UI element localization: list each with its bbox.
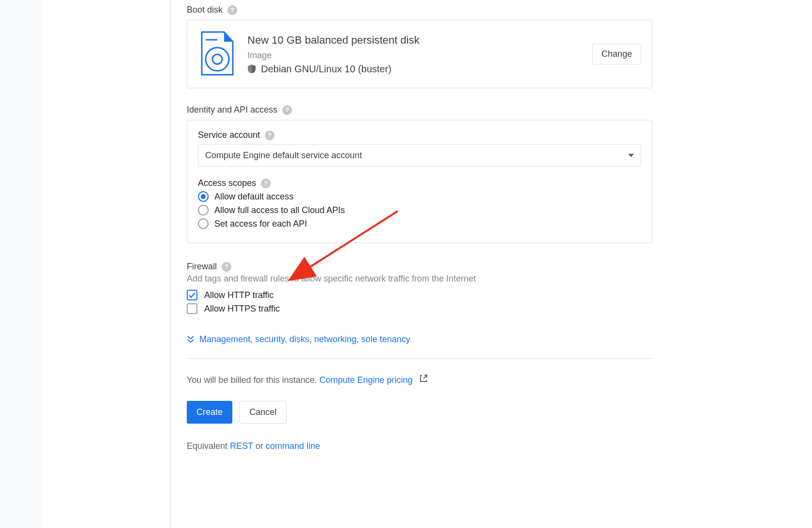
boot-disk-card: New 10 GB balanced persistent disk Image… <box>187 20 652 88</box>
checkbox-https[interactable] <box>187 303 197 314</box>
radio-default-label: Allow default access <box>214 192 293 202</box>
shield-icon <box>247 64 256 74</box>
advanced-expander-label: Management, security, disks, networking,… <box>199 334 410 345</box>
identity-title-row: Identity and API access ? <box>187 105 652 115</box>
double-chevron-down-icon <box>187 335 195 344</box>
help-icon[interactable]: ? <box>265 131 275 140</box>
access-scopes-label-row: Access scopes ? <box>198 178 641 188</box>
service-account-select[interactable]: Compute Engine default service account <box>198 144 641 166</box>
equivalent-mid: or <box>253 441 266 451</box>
boot-disk-title-row: Boot disk ? <box>187 5 652 15</box>
pricing-link[interactable]: Compute Engine pricing <box>320 375 413 385</box>
advanced-expander[interactable]: Management, security, disks, networking,… <box>187 334 652 345</box>
help-icon[interactable]: ? <box>282 105 292 115</box>
boot-disk-summary: New 10 GB balanced persistent disk <box>247 34 581 47</box>
billing-prefix: You will be billed for this instance. <box>187 375 320 385</box>
service-account-label-row: Service account ? <box>198 130 641 140</box>
checkbox-https-label: Allow HTTPS traffic <box>204 304 280 314</box>
cancel-button[interactable]: Cancel <box>239 401 287 424</box>
image-label: Image <box>247 50 581 61</box>
firewall-desc: Add tags and firewall rules to allow spe… <box>187 274 652 284</box>
access-scopes-label: Access scopes <box>198 178 256 188</box>
equivalent-row: Equivalent REST or command line <box>187 441 652 451</box>
radio-each-api[interactable] <box>198 218 209 229</box>
left-gutter <box>0 0 42 528</box>
firewall-title-row: Firewall ? <box>187 262 652 272</box>
create-button[interactable]: Create <box>187 401 232 424</box>
disk-icon <box>198 31 236 77</box>
change-button[interactable]: Change <box>592 44 641 65</box>
identity-card: Service account ? Compute Engine default… <box>187 120 652 243</box>
firewall-title: Firewall <box>187 262 217 272</box>
chevron-down-icon <box>628 154 634 157</box>
vertical-divider <box>170 0 171 528</box>
radio-full-label: Allow full access to all Cloud APIs <box>214 205 345 215</box>
svg-point-1 <box>206 48 229 71</box>
radio-each-label: Set access for each API <box>214 219 307 229</box>
svg-point-2 <box>212 54 222 64</box>
external-link-icon <box>419 374 428 385</box>
radio-full-access[interactable] <box>198 205 209 215</box>
equivalent-prefix: Equivalent <box>187 441 230 451</box>
boot-disk-title: Boot disk <box>187 5 223 15</box>
help-icon[interactable]: ? <box>227 5 237 15</box>
billing-note: You will be billed for this instance. Co… <box>187 374 652 385</box>
os-row: Debian GNU/Linux 10 (buster) <box>247 64 581 75</box>
rest-link[interactable]: REST <box>230 441 253 451</box>
cmdline-link[interactable]: command line <box>266 441 320 451</box>
help-icon[interactable]: ? <box>261 179 271 188</box>
radio-default-access[interactable] <box>198 191 209 202</box>
check-icon <box>188 291 196 299</box>
service-account-value: Compute Engine default service account <box>205 150 362 161</box>
service-account-label: Service account <box>198 130 260 140</box>
os-name: Debian GNU/Linux 10 (buster) <box>261 64 391 75</box>
divider <box>187 358 652 359</box>
identity-title: Identity and API access <box>187 105 277 115</box>
help-icon[interactable]: ? <box>222 262 231 272</box>
checkbox-http[interactable] <box>187 290 197 300</box>
checkbox-http-label: Allow HTTP traffic <box>204 290 274 300</box>
